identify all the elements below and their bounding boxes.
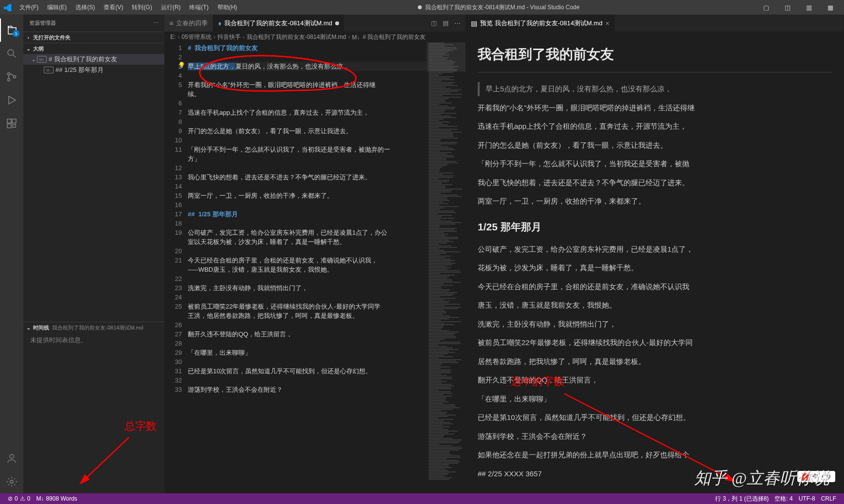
markdown-icon: M↓ [37, 56, 47, 63]
preview-paragraph: 两室一厅，一卫，一厨房，收拾的干净，来都来了。 [478, 194, 832, 209]
extensions-icon[interactable] [0, 112, 23, 135]
preview-paragraph: 迅速在手机app上找个了合租的信息，直奔过去，开源节流为主， [478, 120, 832, 134]
preview-paragraph: 开门的怎么是她（前女友），看了我一眼，示意让我进去。 [478, 139, 832, 153]
preview-paragraph: 如果他还念在是一起打拼兄弟的份上就早点出现吧，好歹也得给个 [478, 448, 832, 462]
search-icon[interactable] [0, 42, 23, 65]
source-control-icon[interactable] [0, 65, 23, 88]
preview-paragraph: 已经是第10次留言，虽然知道几乎不可能找到，但还是心存幻想。 [478, 411, 832, 425]
sidebar-toggle-icon[interactable]: ▥ [799, 4, 819, 11]
status-spaces[interactable]: 空格: 4 [772, 495, 795, 503]
preview-paragraph: 花板为被，沙发为床，睡着了，真是一睡解千愁。 [478, 261, 832, 275]
split-editor-icon[interactable]: ◫ [431, 19, 437, 27]
gear-icon[interactable]: ⚙ [826, 473, 831, 480]
svg-rect-5 [12, 119, 16, 123]
error-icon: ⊘ [8, 495, 13, 502]
menu-selection[interactable]: 选择(S) [72, 1, 99, 14]
section-no-folder[interactable]: › 无打开的文件夹 [23, 32, 164, 43]
menu-view[interactable]: 查看(V) [100, 1, 127, 14]
vscode-logo-icon [4, 3, 12, 11]
panel-toggle-icon[interactable]: ◫ [778, 4, 797, 11]
preview-paragraph: 游荡到学校，王洪会不会在附近？ [478, 430, 832, 444]
menu-icon: ≡ [169, 19, 173, 27]
preview-h1: 我合租到了我的前女友 [478, 41, 832, 72]
open-preview-icon[interactable]: ▤ [443, 19, 449, 27]
flag-icon: 🟥 [801, 473, 809, 481]
markdown-preview[interactable]: 我合租到了我的前女友 早上5点的北方，夏日的风，没有那么热，也没有那么凉， 开着… [466, 32, 844, 493]
explorer-badge: 1 [13, 30, 19, 37]
status-eol[interactable]: CRLF [818, 495, 839, 502]
preview-paragraph: 翻开久违不登陆的QQ，给王洪留言， [478, 373, 832, 387]
run-debug-icon[interactable] [0, 88, 23, 112]
preview-icon: ▤ [471, 19, 477, 27]
lightbulb-icon[interactable]: 💡 [178, 61, 185, 70]
menu-go[interactable]: 转到(G) [128, 1, 156, 14]
dirty-indicator-icon [418, 5, 422, 9]
editor-body[interactable]: 1234567891011121314151617181920212223242… [164, 42, 466, 493]
explorer-icon[interactable]: 1 [0, 18, 23, 42]
tab-active[interactable]: ♦ 我合租到了我的前女友-0814测试M.md [213, 15, 344, 32]
dirty-dot-icon [335, 21, 339, 25]
section-outline[interactable]: ⌄ 大纲 [23, 43, 164, 54]
preview-paragraph: 「在哪里，出来聊聊」 [478, 392, 832, 406]
tab-preview[interactable]: ▤ 预览 我合租到了我的前女友-0814测试M.md × [466, 15, 615, 32]
minimap[interactable] [427, 42, 466, 493]
timeline-empty: 未提供时间表信息。 [23, 333, 164, 348]
svg-point-8 [10, 454, 14, 458]
title-bar: 文件(F) 编辑(E) 选择(S) 查看(V) 转到(G) 运行(R) 终端(T… [0, 0, 844, 15]
menu-run[interactable]: 运行(R) [157, 1, 185, 14]
editor-area: ≡ 立春的四季 ♦ 我合租到了我的前女友-0814测试M.md ◫ ▤ ⋯ E:… [164, 15, 844, 493]
chevron-down-icon: ⌄ [25, 46, 31, 52]
preview-paragraph: 今天已经在合租的房子里，合租的还是前女友，准确说她不认识我 [478, 280, 832, 294]
chevron-right-icon: › [25, 35, 31, 40]
section-timeline[interactable]: ⌄ 时间线 我合租到了我的前女友-0814测试M.md [23, 322, 164, 333]
preview-paragraph: 被前员工嘲笑22年最惨老板，还得继续找我的合伙人-最好的大学同 [478, 336, 832, 350]
preview-paragraph: 唐玉，没错，唐玉就是我前女友，我恨她。 [478, 298, 832, 313]
window-controls: ▢ ◫ ▥ ▦ [756, 4, 840, 11]
svg-rect-7 [13, 124, 16, 127]
more-actions-icon[interactable]: ⋯ [454, 19, 461, 27]
tab-inactive[interactable]: ≡ 立春的四季 [164, 15, 213, 32]
menu-terminal[interactable]: 终端(T) [185, 1, 212, 14]
minimap-viewport[interactable] [427, 42, 466, 71]
preview-paragraph: 公司破产，发完工资，给办公室房东补完费用，已经是凌晨1点了， [478, 243, 832, 257]
breadcrumb[interactable]: E:› 05管理系统› 抖音快手› 我合租到了我的前女友-0814测试M.md›… [164, 32, 466, 42]
ime-indicator[interactable]: 🟥 中 • ⚙ [797, 471, 835, 482]
customize-layout-icon[interactable]: ▦ [821, 4, 840, 11]
settings-icon[interactable] [0, 470, 23, 493]
svg-point-0 [8, 50, 14, 55]
markdown-status-icon: M↓ [36, 495, 44, 502]
sidebar-title: 资源管理器 [29, 19, 56, 27]
preview-paragraph: 「刚分手不到一年，怎么就不认识我了，当初我还是受害者，被抛 [478, 157, 832, 171]
markdown-icon: M↓ [44, 67, 54, 73]
editor-group-1: ≡ 立春的四季 ♦ 我合租到了我的前女友-0814测试M.md ◫ ▤ ⋯ E:… [164, 15, 466, 493]
close-icon[interactable]: × [605, 19, 609, 27]
sidebar-more-icon[interactable]: ⋯ [153, 20, 159, 26]
chevron-down-icon: ⌄ [25, 325, 31, 331]
svg-point-9 [10, 480, 13, 483]
activity-bar: 1 [0, 15, 23, 493]
preview-blockquote: 早上5点的北方，夏日的风，没有那么热，也没有那么凉， [478, 82, 832, 96]
svg-rect-4 [7, 119, 11, 123]
sidebar: 资源管理器 ⋯ › 无打开的文件夹 ⌄ 大纲 ⌄ M↓ # 我合租到了我的前女友… [23, 15, 164, 493]
tab-bar-2: ▤ 预览 我合租到了我的前女友-0814测试M.md × [466, 15, 844, 32]
preview-paragraph: 开着我的"小名"外环兜一圈，眼泪吧嗒吧嗒的掉进裤裆，生活还得继 [478, 101, 832, 115]
menu-help[interactable]: 帮助(H) [214, 1, 241, 14]
status-cursor[interactable]: 行 3，列 1 (已选择8) [712, 495, 772, 503]
status-encoding[interactable]: UTF-8 [796, 495, 818, 502]
main-menu: 文件(F) 编辑(E) 选择(S) 查看(V) 转到(G) 运行(R) 终端(T… [16, 1, 241, 14]
status-bar: ⊘0 ⚠0 M↓ 8908 Words 行 3，列 1 (已选择8) 空格: 4… [0, 493, 844, 504]
status-errors[interactable]: ⊘0 ⚠0 [5, 495, 33, 502]
warning-icon: ⚠ [20, 495, 25, 502]
menu-file[interactable]: 文件(F) [16, 1, 42, 14]
outline-item-h2[interactable]: M↓ ## 1/25 那年那月 [23, 65, 164, 75]
preview-h2: 1/25 那年那月 [478, 217, 832, 237]
code-content[interactable]: 💡 # 我合租到了我的前女友早上5点的北方，夏日的风，没有那么热，也没有那么凉，… [188, 42, 427, 493]
accounts-icon[interactable] [0, 447, 23, 470]
chevron-down-icon: ⌄ [30, 57, 37, 62]
layout-toggle-icon[interactable]: ▢ [756, 4, 776, 11]
preview-paragraph: 洗漱完，主卧没有动静，我就悄悄出门了， [478, 317, 832, 331]
outline-item-h1[interactable]: ⌄ M↓ # 我合租到了我的前女友 [23, 54, 164, 65]
menu-edit[interactable]: 编辑(E) [43, 1, 71, 14]
status-wordcount[interactable]: M↓ 8908 Words [33, 495, 80, 502]
editor-group-2: ▤ 预览 我合租到了我的前女友-0814测试M.md × 我合租到了我的前女友 … [466, 15, 844, 493]
